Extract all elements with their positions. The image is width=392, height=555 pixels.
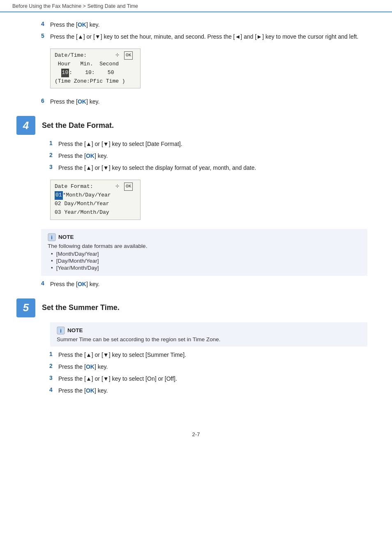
note-icon-2: i	[57, 326, 65, 335]
list-item: [Month/Day/Year]	[51, 251, 361, 257]
step-4: 4 Press the [OK] key.	[41, 21, 367, 29]
step-6: 6 Press the [OK] key.	[41, 97, 367, 106]
ok-key-label-6: OK	[78, 98, 86, 105]
ok-key-label-5-4: OK	[86, 387, 95, 394]
note-date-formats: i NOTE The following date formats are av…	[41, 229, 367, 276]
ok-key-label-4-4: OK	[78, 281, 86, 287]
section5-step1: 1 Press the [▲] or [▼] key to select [Su…	[49, 351, 367, 359]
section-4-heading: 4 Set the Date Format.	[16, 116, 367, 135]
ok-key-label-4-2: OK	[86, 153, 95, 159]
section5-step4: 4 Press the [OK] key.	[49, 386, 367, 395]
list-item: [Year/Month/Day]	[51, 265, 361, 271]
list-item: [Day/Month/Year]	[51, 258, 361, 264]
page-number: 2-7	[0, 431, 392, 437]
breadcrumb: Before Using the Fax Machine > Setting D…	[0, 0, 392, 12]
section-5-heading: 5 Set the Summer Time.	[16, 298, 367, 317]
lcd-datetime-display: Date/Time: ⊹ OK Hour Min. Second 10: 10:…	[50, 49, 141, 88]
section5-step3: 3 Press the [▲] or [▼] key to select [On…	[49, 375, 367, 383]
ok-key-label: OK	[78, 21, 86, 28]
section-4-number: 4	[16, 116, 35, 135]
step-5: 5 Press the [▲] or [▼] key to set the ho…	[41, 32, 367, 41]
section-5-steps: 1 Press the [▲] or [▼] key to select [Su…	[49, 351, 367, 395]
section4-step3: 3 Press the [▲] or [▼] key to select the…	[49, 164, 367, 172]
svg-text:i: i	[51, 234, 53, 240]
section4-step4: 4 Press the [OK] key.	[41, 280, 367, 289]
lcd-dateformat-display: Date Format: ⊹ OK 01*Month/Day/Year 02 D…	[50, 180, 141, 220]
section4-step2: 2 Press the [OK] key.	[49, 152, 367, 160]
section-4-title: Set the Date Format.	[42, 121, 114, 130]
section-5-number: 5	[16, 298, 35, 317]
section4-step1: 1 Press the [▲] or [▼] key to select [Da…	[49, 140, 367, 148]
section-4-steps: 1 Press the [▲] or [▼] key to select [Da…	[49, 140, 367, 172]
svg-text:i: i	[60, 328, 62, 334]
note-icon: i	[48, 233, 56, 241]
note-summer-time: i NOTE Summer Time can be set according …	[50, 322, 367, 347]
section-5-title: Set the Summer Time.	[42, 303, 120, 312]
section5-step2: 2 Press the [OK] key.	[49, 363, 367, 371]
ok-key-label-5-2: OK	[86, 363, 95, 370]
note-date-list: [Month/Day/Year] [Day/Month/Year] [Year/…	[51, 251, 361, 271]
